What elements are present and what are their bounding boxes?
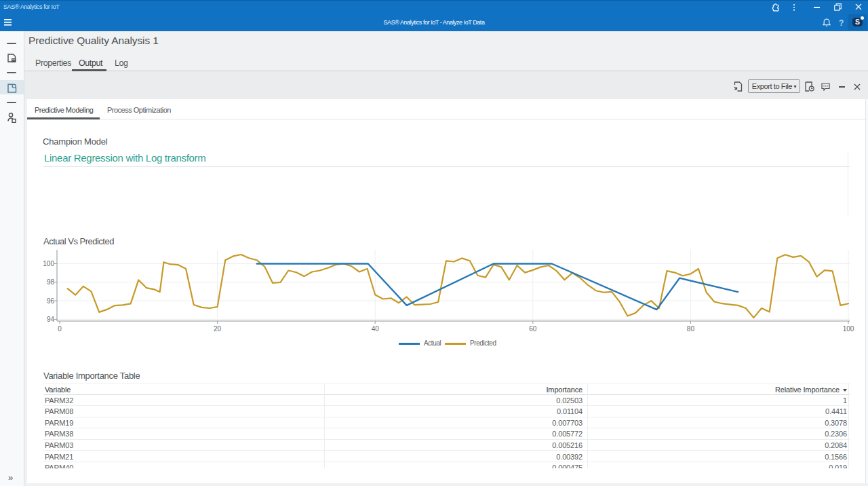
svg-text:100: 100 [43, 260, 54, 267]
svg-text:0: 0 [58, 325, 62, 333]
svg-text:60: 60 [529, 325, 537, 333]
svg-text:100: 100 [843, 325, 854, 333]
svg-text:80: 80 [687, 325, 695, 333]
svg-text:40: 40 [372, 325, 380, 333]
svg-text:20: 20 [214, 325, 222, 333]
svg-text:94: 94 [47, 316, 55, 323]
svg-text:96: 96 [47, 297, 55, 305]
svg-text:98: 98 [47, 278, 55, 286]
